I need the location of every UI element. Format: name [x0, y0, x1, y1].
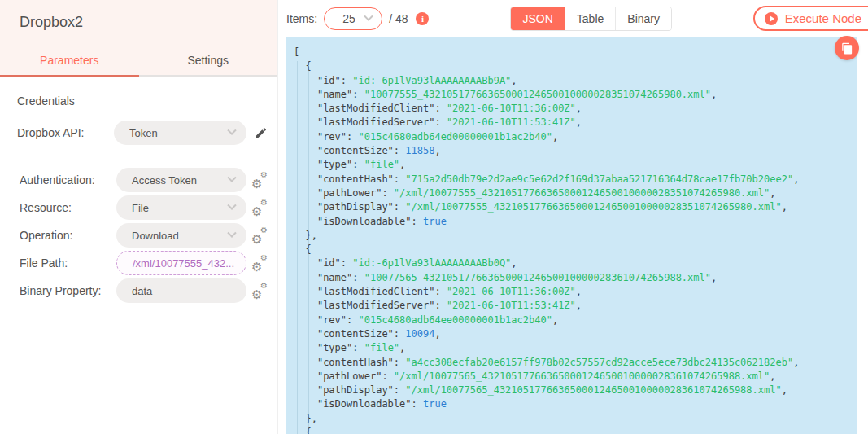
tab-parameters[interactable]: Parameters [0, 54, 139, 77]
items-per-page-value: 25 [342, 12, 365, 25]
cogs-icon[interactable]: ⚙⚙ [251, 227, 268, 243]
output-panel: Items: 25 / 48 i JSON Table Binary Execu… [278, 0, 868, 434]
chevron-down-icon [227, 201, 236, 210]
output-view-tabs: JSON Table Binary [510, 7, 672, 31]
items-label: Items: [286, 12, 317, 25]
indent-guide [308, 61, 309, 434]
execute-node-button[interactable]: Execute Node [753, 6, 868, 31]
indent-guide [297, 61, 298, 434]
chevron-down-icon [227, 173, 236, 182]
play-icon [765, 12, 778, 25]
items-total: / 48 [389, 12, 408, 25]
field-label: File Path: [20, 256, 116, 270]
cogs-icon[interactable]: ⚙⚙ [251, 255, 268, 271]
info-icon[interactable]: i [416, 12, 429, 25]
field-file-path: File Path: /xml/10077555_432... ⚙⚙ [7, 251, 268, 275]
binary-property-input[interactable]: data [116, 278, 246, 303]
node-settings-panel: Dropbox2 Parameters Settings Credentials… [0, 0, 278, 434]
file-path-value: /xml/10077555_432... [133, 257, 234, 270]
tab-binary[interactable]: Binary [615, 7, 671, 30]
field-operation: Operation: Download ⚙⚙ [7, 223, 268, 248]
cogs-icon[interactable]: ⚙⚙ [251, 172, 268, 188]
items-per-page-select[interactable]: 25 [324, 7, 382, 30]
authentication-select[interactable]: Access Token [116, 168, 246, 192]
field-label: Resource: [20, 201, 116, 214]
dropbox-api-select[interactable]: Token [114, 121, 246, 145]
node-header: Dropbox2 Parameters Settings [0, 0, 277, 77]
tab-settings[interactable]: Settings [139, 54, 278, 77]
tab-table[interactable]: Table [565, 7, 615, 30]
output-header: Items: 25 / 48 i JSON Table Binary Execu… [278, 0, 868, 37]
edit-credential-button[interactable] [255, 126, 268, 139]
selected-resource: File [132, 202, 229, 214]
field-binary-property: Binary Property: data ⚙⚙ [7, 278, 268, 303]
chevron-down-icon [364, 11, 373, 20]
field-label: Binary Property: [20, 284, 116, 297]
field-dropbox-api: Dropbox API: Token [7, 121, 268, 145]
field-label: Authentication: [20, 173, 116, 186]
credentials-divider [10, 156, 265, 156]
file-path-input[interactable]: /xml/10077555_432... [116, 251, 246, 275]
node-title: Dropbox2 [0, 12, 277, 34]
cogs-icon[interactable]: ⚙⚙ [251, 283, 268, 299]
field-label: Dropbox API: [17, 126, 114, 139]
selected-credential: Token [129, 127, 229, 139]
tab-json[interactable]: JSON [511, 7, 564, 30]
resource-select[interactable]: File [116, 195, 246, 220]
credentials-section-label: Credentials [7, 94, 268, 107]
parameter-tabs: Parameters Settings [0, 54, 277, 77]
field-label: Operation: [20, 229, 116, 242]
field-authentication: Authentication: Access Token ⚙⚙ [7, 168, 268, 192]
cogs-icon[interactable]: ⚙⚙ [251, 199, 268, 216]
binary-property-value: data [132, 285, 235, 297]
execute-node-label: Execute Node [785, 11, 861, 25]
operation-select[interactable]: Download [116, 223, 246, 248]
copy-icon [841, 42, 853, 55]
json-output-viewer[interactable]: [ { "id": "id:-6p1lVa93lAAAAAAAABb9A", "… [286, 37, 857, 434]
pencil-icon [255, 126, 268, 139]
chevron-down-icon [227, 126, 236, 135]
selected-operation: Download [132, 230, 229, 242]
parameters-form: Credentials Dropbox API: Token Authentic… [0, 77, 277, 303]
selected-authentication: Access Token [132, 174, 229, 186]
copy-output-button[interactable] [835, 36, 859, 60]
json-output-code: [ { "id": "id:-6p1lVa93lAAAAAAAABb9A", "… [286, 37, 857, 434]
chevron-down-icon [227, 229, 236, 238]
field-resource: Resource: File ⚙⚙ [7, 195, 268, 220]
